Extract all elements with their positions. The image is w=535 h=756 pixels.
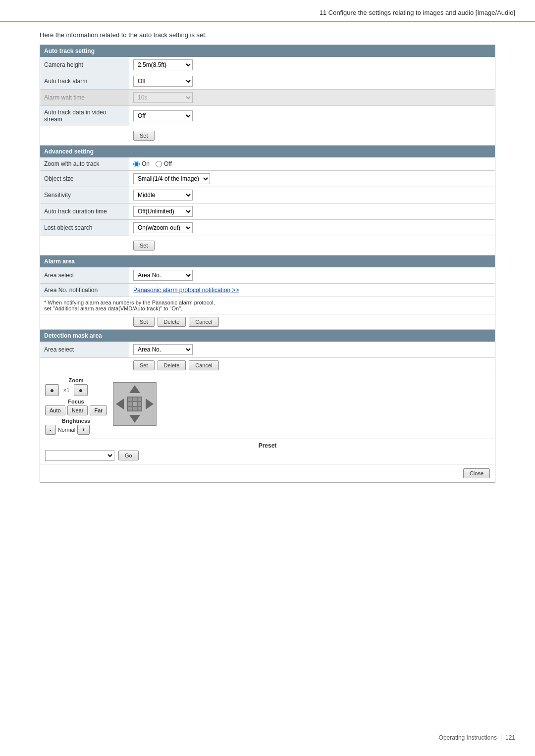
footer-page: 121 xyxy=(505,734,515,741)
advanced-set-row: Set xyxy=(40,236,495,255)
ptz-cell-4 xyxy=(128,402,132,406)
brightness-control: Brightness - Normal + xyxy=(45,418,107,435)
alarm-notification-link[interactable]: Panasonic alarm protocol notification >> xyxy=(133,287,239,294)
lost-object-search-label: Lost object search xyxy=(40,220,129,236)
camera-height-row: Camera height 2.5m(8.5ft) xyxy=(40,57,495,73)
preset-go-button[interactable]: Go xyxy=(118,451,139,460)
brightness-plus-button[interactable]: + xyxy=(77,425,89,435)
auto-track-data-select[interactable]: Off xyxy=(133,110,193,121)
ptz-down-button[interactable] xyxy=(129,415,140,423)
focus-near-button[interactable]: Near xyxy=(67,405,88,415)
alarm-area-select-value: Area No. xyxy=(129,267,495,283)
zoom-off-option[interactable]: Off xyxy=(156,160,172,167)
auto-track-section-header: Auto track setting xyxy=(40,45,495,57)
ptz-cell-6 xyxy=(137,402,142,406)
footer-text: Operating Instructions xyxy=(439,734,497,741)
ptz-pad xyxy=(113,382,157,426)
zoom-control: Zoom ● ×1 ● xyxy=(45,377,107,396)
focus-row: Auto Near Far xyxy=(45,405,107,415)
auto-track-alarm-select[interactable]: Off xyxy=(133,76,193,87)
brightness-label: Brightness xyxy=(45,418,107,424)
auto-track-alarm-label: Auto track alarm xyxy=(40,73,129,89)
zoom-value: ×1 xyxy=(61,387,72,393)
object-size-select[interactable]: Small(1/4 of the image) xyxy=(133,173,210,184)
footer-divider xyxy=(501,734,501,741)
page-header: 11 Configure the settings relating to im… xyxy=(0,0,535,22)
zoom-plus-icon: ● xyxy=(79,386,83,394)
auto-track-alarm-row: Auto track alarm Off xyxy=(40,73,495,90)
zoom-plus-button[interactable]: ● xyxy=(74,384,88,396)
lost-object-search-select[interactable]: On(w/zoom-out) xyxy=(133,222,193,233)
alarm-wait-time-value: 10s xyxy=(129,90,495,105)
focus-far-button[interactable]: Far xyxy=(90,405,107,415)
camera-height-value: 2.5m(8.5ft) xyxy=(129,57,495,73)
auto-track-duration-select[interactable]: Off(Unlimited) xyxy=(133,206,193,217)
brightness-minus-button[interactable]: - xyxy=(45,425,56,435)
auto-track-set-row: Set xyxy=(40,126,495,146)
alarm-wait-time-select[interactable]: 10s xyxy=(133,92,193,103)
preset-select[interactable] xyxy=(45,450,114,461)
brightness-normal-label: Normal xyxy=(58,427,75,433)
close-row: Close xyxy=(40,464,495,482)
alarm-area-set-button[interactable]: Set xyxy=(133,317,155,327)
ptz-cell-8 xyxy=(132,406,137,411)
alarm-area-delete-button[interactable]: Delete xyxy=(158,317,186,327)
ptz-center-pad[interactable] xyxy=(127,397,142,411)
auto-track-data-label: Auto track data in video stream xyxy=(40,106,129,126)
ptz-right-button[interactable] xyxy=(146,399,154,409)
main-panel: Auto track setting Camera height 2.5m(8.… xyxy=(40,45,495,483)
detection-mask-set-button[interactable]: Set xyxy=(133,360,155,370)
detection-mask-delete-button[interactable]: Delete xyxy=(158,360,186,370)
auto-track-duration-row: Auto track duration time Off(Unlimited) xyxy=(40,203,495,220)
alarm-area-note: * When notifying alarm area numbers by t… xyxy=(40,297,495,314)
lost-object-search-value: On(w/zoom-out) xyxy=(129,220,495,236)
auto-track-set-button[interactable]: Set xyxy=(133,131,155,141)
close-button[interactable]: Close xyxy=(463,468,490,478)
alarm-area-note-text: * When notifying alarm area numbers by t… xyxy=(44,300,215,311)
object-size-value: Small(1/4 of the image) xyxy=(129,171,495,187)
page-title: 11 Configure the settings relating to im… xyxy=(320,9,515,16)
zoom-on-radio[interactable] xyxy=(133,161,140,167)
alarm-area-cancel-button[interactable]: Cancel xyxy=(189,317,218,327)
auto-track-duration-value: Off(Unlimited) xyxy=(129,203,495,219)
ptz-cell-7 xyxy=(128,406,132,411)
zoom-minus-button[interactable]: ● xyxy=(45,384,59,396)
zoom-on-option[interactable]: On xyxy=(133,160,150,167)
zoom-minus-icon: ● xyxy=(50,386,54,394)
preset-select-row: Go xyxy=(45,450,490,461)
zoom-auto-track-radio-group: On Off xyxy=(133,160,172,167)
preset-row: Preset Go xyxy=(40,439,495,464)
sensitivity-select[interactable]: Middle xyxy=(133,190,193,201)
focus-auto-button[interactable]: Auto xyxy=(45,405,65,415)
ptz-left-button[interactable] xyxy=(116,399,124,409)
detection-mask-select[interactable]: Area No. xyxy=(133,344,193,355)
alarm-wait-time-row: Alarm wait time 10s xyxy=(40,90,495,106)
detection-mask-select-row: Area select Area No. xyxy=(40,342,495,358)
footer: Operating Instructions 121 xyxy=(439,734,515,741)
object-size-label: Object size xyxy=(40,171,129,187)
detection-mask-section-header: Detection mask area xyxy=(40,330,495,342)
zoom-off-radio[interactable] xyxy=(156,161,162,167)
zoom-with-auto-track-label: Zoom with auto track xyxy=(40,157,129,170)
alarm-wait-time-label: Alarm wait time xyxy=(40,90,129,105)
auto-track-duration-label: Auto track duration time xyxy=(40,203,129,219)
alarm-area-select[interactable]: Area No. xyxy=(133,270,193,281)
auto-track-data-row: Auto track data in video stream Off xyxy=(40,106,495,126)
ptz-cell-3 xyxy=(137,397,142,402)
object-size-row: Object size Small(1/4 of the image) xyxy=(40,171,495,187)
ptz-up-button[interactable] xyxy=(129,385,140,393)
intro-text: Here the information related to the auto… xyxy=(0,31,535,45)
sensitivity-label: Sensitivity xyxy=(40,187,129,203)
focus-label: Focus xyxy=(45,399,107,404)
sensitivity-row: Sensitivity Middle xyxy=(40,187,495,203)
area-notification-label: Area No. notification xyxy=(40,284,129,297)
zoom-focus-brightness-panel: Zoom ● ×1 ● Focus Auto Near Far xyxy=(40,373,495,439)
detection-mask-cancel-button[interactable]: Cancel xyxy=(189,360,218,370)
ptz-cell-9 xyxy=(137,406,142,411)
detection-mask-buttons-row: Set Delete Cancel xyxy=(40,358,495,373)
camera-height-select[interactable]: 2.5m(8.5ft) xyxy=(133,59,193,70)
zoom-label: Zoom xyxy=(45,377,107,383)
auto-track-alarm-value: Off xyxy=(129,73,495,89)
lost-object-search-row: Lost object search On(w/zoom-out) xyxy=(40,220,495,236)
advanced-set-button[interactable]: Set xyxy=(133,241,155,251)
